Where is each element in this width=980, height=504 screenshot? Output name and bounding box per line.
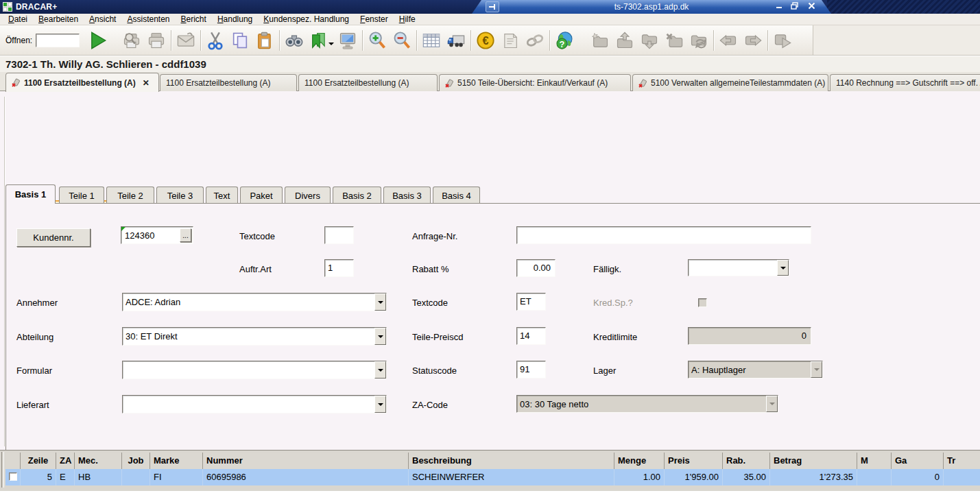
- chevron-down-icon[interactable]: [374, 361, 386, 379]
- kundennr-lookup-button[interactable]: ...: [180, 228, 191, 242]
- chevron-down-icon[interactable]: [374, 396, 386, 413]
- menu-datei[interactable]: Datei: [3, 14, 33, 25]
- open-input[interactable]: [36, 34, 80, 47]
- statuscode-input[interactable]: 91: [516, 361, 546, 379]
- chevron-down-icon[interactable]: [374, 328, 386, 345]
- grid-header-mec[interactable]: Mec.: [75, 453, 122, 469]
- annehmer-dropdown[interactable]: ADCE: Adrian: [122, 293, 387, 311]
- lieferart-dropdown[interactable]: [122, 395, 387, 413]
- copy-icon[interactable]: [228, 28, 252, 53]
- minimize-icon[interactable]: [774, 2, 786, 12]
- textcode2-input[interactable]: ET: [516, 293, 546, 311]
- menu-bericht[interactable]: Bericht: [176, 14, 212, 25]
- grid-header-beschreibung[interactable]: Beschreibung: [409, 453, 614, 469]
- menu-bar: Datei Bearbeiten Ansicht Assistenten Ber…: [0, 14, 980, 25]
- subtab-paket[interactable]: Paket: [240, 187, 283, 204]
- tab-label: 1100 Ersatzteilbestellung (A): [24, 78, 136, 88]
- tab-teile-uebersicht[interactable]: 5150 Teile-Übersicht: Einkauf/Verkauf (A…: [439, 74, 631, 91]
- anfrage-input[interactable]: [516, 226, 811, 244]
- subtab-basis-3[interactable]: Basis 3: [383, 187, 431, 204]
- folder-refresh-icon: [686, 28, 711, 53]
- auftrart-input[interactable]: 1: [324, 259, 354, 277]
- truck-icon[interactable]: [444, 28, 468, 53]
- tab-label: 5150 Teile-Übersicht: Einkauf/Verkauf (A…: [457, 78, 608, 88]
- grid-header-menge[interactable]: Menge: [614, 453, 665, 469]
- abteilung-dropdown[interactable]: 30: ET Direkt: [122, 327, 387, 346]
- cell-tr: [944, 469, 970, 485]
- folder-delete-icon: [662, 28, 686, 53]
- menu-hilfe[interactable]: Hilfe: [394, 14, 421, 25]
- toolbar: Öffnen:: [0, 25, 813, 56]
- table-row[interactable]: 5 E HB FI 60695986 SCHEINWERFER 1.00 1'9…: [5, 469, 980, 485]
- zoom-out-icon[interactable]: [390, 28, 414, 53]
- help-icon[interactable]: ?: [552, 28, 577, 53]
- table-icon[interactable]: [419, 28, 444, 53]
- formular-label: Formular: [16, 365, 52, 376]
- formular-dropdown[interactable]: [122, 361, 387, 379]
- subtab-basis-2[interactable]: Basis 2: [333, 187, 381, 204]
- tab-close-icon[interactable]: ✕: [143, 78, 150, 88]
- grid-header-ga[interactable]: Ga: [892, 453, 944, 469]
- teilepreiscd-input[interactable]: 14: [516, 327, 546, 345]
- work-area: Auftr. 3447152 ChasNr Auftr.Tot 1'273.35…: [0, 91, 980, 450]
- menu-bearbeiten[interactable]: Bearbeiten: [33, 14, 84, 25]
- tab-ersatzteilbestellung-1[interactable]: 1100 Ersatzteilbestellung (A) ✕: [5, 73, 159, 92]
- tab-teilestammdaten[interactable]: 5100 Verwalten allgemeineTeilestammdaten…: [632, 74, 828, 91]
- kundennr-input[interactable]: 124360 ...: [121, 226, 193, 244]
- anfrage-label: Anfrage-Nr.: [412, 231, 457, 241]
- tab-ersatzteilbestellung-2[interactable]: 1100 Ersatzteilbestellung (A): [160, 74, 297, 91]
- cell-beschreibung: SCHEINWERFER: [409, 469, 614, 485]
- faelligk-dropdown[interactable]: [688, 259, 789, 276]
- grid-header-preis[interactable]: Preis: [665, 453, 723, 469]
- tab-label: 5100 Verwalten allgemeineTeilestammdaten…: [651, 78, 825, 88]
- menu-ansicht[interactable]: Ansicht: [84, 14, 121, 25]
- row-checkbox[interactable]: [9, 472, 17, 481]
- grid-header-rab[interactable]: Rab.: [723, 453, 770, 469]
- grid-header-m[interactable]: M: [857, 453, 892, 469]
- folder-run-icon: [770, 28, 795, 53]
- subtab-teile-2[interactable]: Teile 2: [106, 187, 154, 204]
- textcode1-input[interactable]: [324, 226, 354, 244]
- kundennr-button[interactable]: Kundennr.: [16, 228, 91, 247]
- grid-header-za[interactable]: ZA: [56, 453, 75, 469]
- grid-header-betrag[interactable]: Betrag: [770, 453, 857, 469]
- grid-header-nummer[interactable]: Nummer: [203, 453, 409, 469]
- tab-rechnung-gutschrift[interactable]: 1140 Rechnung ==> Gutschrift ==> off. Au: [830, 74, 980, 91]
- subtab-basis-1[interactable]: Basis 1: [5, 184, 56, 204]
- paste-icon[interactable]: [252, 28, 277, 53]
- menu-fenster[interactable]: Fenster: [355, 14, 394, 25]
- grid-header-job[interactable]: Job: [122, 453, 150, 469]
- rabatt-input[interactable]: 0.00: [516, 259, 555, 277]
- subtab-text[interactable]: Text: [206, 187, 238, 204]
- euro-icon[interactable]: €: [473, 28, 498, 53]
- run-icon[interactable]: [85, 28, 110, 53]
- subtab-teile-1[interactable]: Teile 1: [59, 187, 104, 204]
- grid-header-marke[interactable]: Marke: [150, 453, 203, 469]
- menu-kundenspez-handlung[interactable]: Kundenspez. Handlung: [258, 14, 355, 25]
- chevron-down-icon[interactable]: [374, 293, 386, 311]
- bookmark-dropdown-icon[interactable]: [328, 43, 334, 48]
- cell-m: [857, 469, 892, 485]
- chevron-down-icon[interactable]: [777, 260, 789, 276]
- subtab-divers[interactable]: Divers: [285, 187, 331, 204]
- restore-icon[interactable]: [789, 2, 801, 12]
- cut-icon[interactable]: [203, 28, 228, 53]
- app-icon: [3, 2, 12, 12]
- close-icon[interactable]: [805, 2, 817, 12]
- tab-ersatzteilbestellung-3[interactable]: 1100 Ersatzteilbestellung (A): [298, 74, 438, 91]
- modified-doc-icon: [12, 78, 21, 87]
- svg-text:€: €: [483, 34, 489, 46]
- monitor-icon[interactable]: [335, 28, 360, 53]
- zacode-dropdown: 03: 30 Tage netto: [516, 395, 778, 413]
- search-icon[interactable]: [282, 28, 307, 53]
- modified-doc-icon: [638, 79, 647, 88]
- bookmark-icon[interactable]: [307, 28, 331, 53]
- grid-header-tr[interactable]: Tr: [944, 453, 970, 469]
- zoom-in-icon[interactable]: [365, 28, 390, 53]
- menu-assistenten[interactable]: Assistenten: [121, 14, 175, 25]
- abteilung-label: Abteilung: [16, 332, 53, 342]
- menu-handlung[interactable]: Handlung: [212, 14, 258, 25]
- subtab-basis-4[interactable]: Basis 4: [433, 187, 480, 204]
- grid-header-zeile[interactable]: Zeile: [21, 453, 56, 469]
- subtab-teile-3[interactable]: Teile 3: [156, 187, 204, 204]
